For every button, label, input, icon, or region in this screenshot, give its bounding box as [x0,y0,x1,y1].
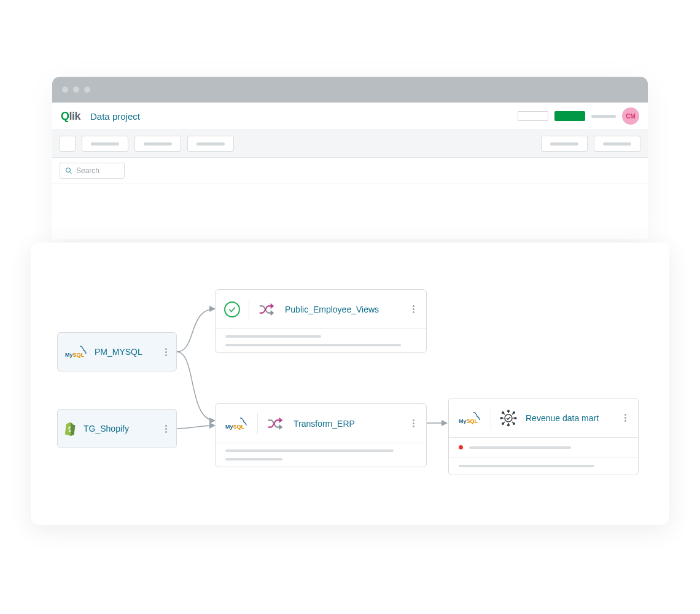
shuffle-icon [266,415,285,432]
shuffle-icon [258,301,276,318]
node-label: Public_Employee_Views [285,305,400,314]
placeholder-line [225,458,282,460]
mysql-icon: MySQL [64,344,88,359]
svg-point-14 [508,410,510,412]
kebab-menu-icon[interactable] [409,305,418,313]
header-right: CM [518,107,639,125]
placeholder-line [459,465,594,467]
toolbar-left [60,136,234,152]
svg-point-18 [502,411,504,413]
toolbar-button-2[interactable] [134,136,181,152]
datamart-node-revenue[interactable]: MySQL Revenue data mart [448,398,639,475]
node-label: PM_MYSQL [95,347,155,357]
window-titlebar [52,77,648,103]
toolbar-button-4[interactable] [541,136,588,152]
node-row [449,438,638,457]
svg-point-21 [513,411,515,413]
mysql-icon: MySQL [457,411,482,426]
node-body [216,329,426,352]
canvas-blank-area [52,184,648,239]
traffic-light-close[interactable] [62,87,68,93]
pipeline-connectors [31,243,669,525]
svg-line-1 [70,172,72,174]
search-placeholder: Search [76,166,99,175]
toolbar-right [541,136,640,152]
node-body [216,443,426,467]
toolbar-button-1[interactable] [82,136,128,152]
check-circle-icon [224,301,240,317]
transform-node-public-employee-views[interactable]: Public_Employee_Views [215,289,427,353]
svg-point-20 [502,422,504,424]
svg-text:MySQL: MySQL [225,424,245,430]
toolbar [52,130,648,158]
kebab-menu-icon[interactable] [409,419,418,427]
kebab-menu-icon[interactable] [161,348,170,356]
source-node-pm-mysql[interactable]: MySQL PM_MYSQL [57,332,177,371]
node-label: Transform_ERP [294,419,400,429]
status-dot-error [459,445,463,449]
avatar[interactable]: CM [622,107,639,125]
app-header: Qlik Data project CM [52,103,648,130]
header-left: Qlik Data project [61,110,140,123]
svg-point-15 [508,424,510,426]
source-node-tg-shopify[interactable]: TG_Shopify [57,409,177,448]
traffic-light-minimize[interactable] [73,87,79,93]
transform-node-transform-erp[interactable]: MySQL Transform_ERP [215,403,427,467]
node-label: TG_Shopify [84,424,155,433]
search-icon [65,167,72,174]
shopify-icon [64,421,77,436]
search-row: Search [52,158,648,184]
divider [491,408,491,429]
node-header: MySQL Revenue data mart [449,398,638,438]
node-row [449,457,638,475]
kebab-menu-icon[interactable] [621,414,629,422]
svg-point-17 [515,417,516,419]
svg-text:MySQL: MySQL [65,352,85,358]
node-header: Public_Employee_Views [216,290,426,329]
svg-text:MySQL: MySQL [459,418,478,424]
placeholder-line [225,344,401,346]
toolbar-icon-button[interactable] [60,136,76,152]
placeholder-line [469,446,571,449]
divider [249,299,249,320]
node-header: MySQL Transform_ERP [216,404,426,443]
toolbar-button-5[interactable] [594,136,640,152]
svg-point-0 [66,168,71,173]
header-pill-green[interactable] [554,111,585,121]
placeholder-line [225,449,394,452]
traffic-light-zoom[interactable] [84,87,90,93]
gear-check-icon [500,410,517,427]
kebab-menu-icon[interactable] [161,425,170,433]
placeholder-line [225,335,321,338]
toolbar-button-3[interactable] [187,136,234,152]
divider [257,413,258,434]
header-placeholder-bar [591,115,616,118]
header-pill-outline[interactable] [518,111,548,121]
mysql-icon: MySQL [224,416,249,431]
node-label: Revenue data mart [526,413,612,423]
page-title: Data project [90,111,140,122]
qlik-logo: Qlik [61,110,80,123]
pipeline-panel: MySQL PM_MYSQL TG_Shopify Public_Em [31,243,669,525]
svg-point-19 [513,422,515,424]
svg-point-16 [500,417,502,419]
browser-window: Qlik Data project CM Search [52,77,648,239]
search-input[interactable]: Search [60,163,125,179]
